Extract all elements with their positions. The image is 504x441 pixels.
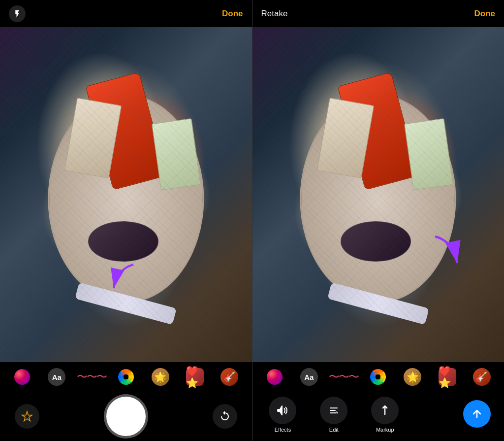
favorite-button[interactable]: [15, 404, 39, 429]
target-button[interactable]: [115, 366, 137, 388]
right-sticker1-button[interactable]: 🌟: [402, 366, 423, 388]
edit-icon: [327, 404, 341, 417]
right-squiggly-button[interactable]: 〜〜〜: [333, 366, 354, 388]
colors-button[interactable]: [11, 366, 33, 388]
retake-button[interactable]: [213, 404, 237, 429]
svg-rect-4: [330, 412, 337, 413]
right-squiggly-icon: 〜〜〜: [329, 370, 358, 384]
retake-icon: [219, 410, 231, 422]
right-food-image: [252, 27, 504, 362]
right-target-icon: [370, 369, 386, 385]
right-header: Retake Done: [252, 0, 504, 27]
right-target-button[interactable]: [367, 366, 389, 388]
sticker1-icon: 🌟: [152, 368, 169, 386]
right-text-icon: Aa: [300, 368, 318, 386]
right-sticker3-button[interactable]: 🎸: [471, 366, 493, 388]
left-panel: Done: [0, 0, 252, 441]
svg-line-5: [337, 411, 338, 413]
edit-item[interactable]: Edit: [316, 397, 351, 433]
flash-icon: [13, 9, 22, 18]
right-sticker2-button[interactable]: ❤️⭐: [437, 366, 458, 388]
effects-row: Effects Edit Markup: [252, 392, 504, 441]
text-icon: Aa: [48, 368, 65, 386]
right-icons-row: Aa 〜〜〜 🌟 ❤️⭐ 🎸: [252, 362, 504, 392]
flash-button[interactable]: [9, 5, 26, 22]
send-button[interactable]: [463, 400, 491, 428]
star-icon: [21, 410, 33, 422]
markup-label: Markup: [376, 427, 394, 433]
right-image-area: [252, 27, 504, 362]
right-done-button[interactable]: Done: [474, 9, 496, 19]
right-text-button[interactable]: Aa: [298, 366, 320, 388]
right-retake-button[interactable]: Retake: [261, 9, 288, 19]
done-button[interactable]: Done: [222, 9, 243, 19]
sticker3-button[interactable]: 🎸: [219, 366, 240, 388]
svg-rect-2: [330, 407, 338, 408]
edit-circle: [320, 397, 347, 424]
markup-icon: [378, 404, 392, 417]
left-header-left: [9, 5, 26, 22]
left-action-row: [0, 392, 252, 441]
effects-circle: [269, 397, 296, 424]
svg-rect-3: [330, 410, 336, 411]
right-sticker1-icon: 🌟: [404, 368, 421, 386]
right-panel: Retake Done: [252, 0, 504, 441]
left-image-area: [0, 27, 252, 362]
food-cream2: [152, 118, 201, 190]
food-dark: [88, 221, 158, 262]
effects-label: Effects: [275, 427, 291, 433]
squiggly-icon: 〜〜〜: [77, 370, 106, 384]
left-header: Done: [0, 0, 252, 27]
send-up-icon: [471, 407, 483, 420]
sticker2-button[interactable]: ❤️⭐: [184, 366, 206, 388]
markup-item[interactable]: Markup: [368, 397, 402, 433]
sticker2-icon: ❤️⭐: [186, 368, 204, 386]
colors-icon: [14, 369, 30, 385]
target-icon: [118, 369, 134, 385]
effects-item[interactable]: Effects: [265, 397, 300, 433]
right-colors-button[interactable]: [264, 366, 285, 388]
left-icons-row: Aa 〜〜〜 🌟 ❤️⭐ 🎸: [0, 362, 252, 392]
sticker3-icon: 🎸: [220, 368, 238, 386]
squiggly-button[interactable]: 〜〜〜: [81, 366, 102, 388]
markup-circle: [371, 397, 399, 424]
sticker1-button[interactable]: 🌟: [150, 366, 171, 388]
right-sticker2-icon: ❤️⭐: [439, 368, 456, 386]
shutter-button[interactable]: [106, 397, 146, 436]
edit-label: Edit: [329, 427, 339, 433]
right-food-dark: [341, 221, 411, 262]
food-image: [0, 27, 252, 362]
effects-icon: [276, 404, 289, 417]
right-sticker3-icon: 🎸: [473, 368, 491, 386]
spacer: [419, 397, 446, 424]
text-button[interactable]: Aa: [46, 366, 67, 388]
right-colors-icon: [267, 369, 283, 385]
